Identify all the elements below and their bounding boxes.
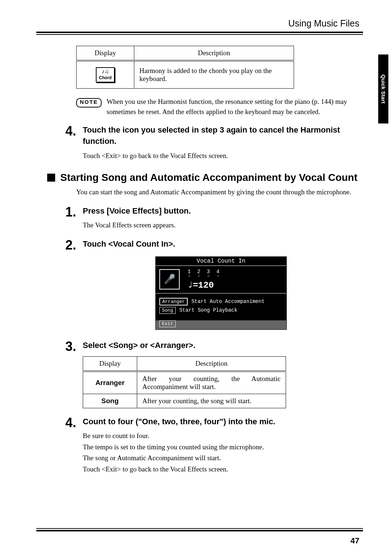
step-title: Press [Voice Effects] button. bbox=[83, 206, 359, 217]
chord-icon: ♪♫ Chord bbox=[96, 67, 114, 82]
section-intro: You can start the song and Automatic Acc… bbox=[76, 187, 359, 198]
count-3: 3○ bbox=[207, 269, 210, 278]
table2-row-song-label: Song bbox=[83, 394, 137, 408]
header-rule-thick bbox=[36, 32, 363, 33]
content: Display Description ♪♫ Chord Harmony is … bbox=[76, 46, 359, 474]
header-rule-thin bbox=[36, 34, 363, 35]
step-title: Touch <Vocal Count In>. bbox=[83, 239, 359, 250]
section-heading: Starting Song and Automatic Accompanimen… bbox=[47, 172, 359, 183]
lcd-counts: 1○ 2○ 3○ 4○ bbox=[188, 269, 220, 278]
step-text-line2: The tempo is set to the timing you count… bbox=[83, 442, 359, 453]
table2-row-arranger-desc: After your counting, the Automatic Accom… bbox=[137, 371, 286, 394]
dot-icon: ○ bbox=[216, 275, 219, 278]
step-4-count-to-four: 4. Count to four ("One, two, three, four… bbox=[58, 416, 359, 475]
step-2-touch-vocal-count-in: 2. Touch <Vocal Count In>. Vocal Count I… bbox=[58, 239, 359, 332]
side-tab-label: Quick Start bbox=[380, 74, 387, 104]
square-bullet-icon bbox=[47, 174, 55, 182]
note-badge: NOTE bbox=[76, 98, 102, 108]
footer-rules bbox=[36, 528, 363, 532]
step-4-cancel-harmonist: 4. Touch the icon you selected in step 3… bbox=[58, 125, 359, 161]
step-text: Touch <Exit> to go back to the Vocal Eff… bbox=[83, 151, 359, 161]
step-text-line3: The song or Automatic Accompaniment will… bbox=[83, 453, 359, 463]
step-1-press-voice-effects: 1. Press [Voice Effects] button. The Voc… bbox=[58, 206, 359, 231]
lcd-bottom: Exit bbox=[156, 318, 286, 329]
step-number: 4. bbox=[58, 416, 76, 475]
table2-header-display: Display bbox=[83, 356, 137, 371]
lcd-arranger-label: Start Auto Accompaniment bbox=[191, 299, 265, 304]
lcd-title: Vocal Count In bbox=[156, 257, 286, 266]
chord-chip-label: Chord bbox=[99, 75, 111, 80]
table1-header-description: Description bbox=[134, 46, 294, 61]
lcd-arranger-button[interactable]: Arranger bbox=[159, 298, 188, 305]
step-number: 3. bbox=[58, 340, 76, 408]
step-number: 1. bbox=[58, 206, 76, 231]
lcd-option-arranger[interactable]: Arranger Start Auto Accompaniment bbox=[159, 298, 283, 305]
step-3-select-song-or-arranger: 3. Select <Song> or <Arranger>. Display … bbox=[58, 340, 359, 408]
lcd-top: 🎤 1○ 2○ 3○ 4○ ♩=120 bbox=[156, 266, 286, 293]
page: Using Music Files Quick Start Display De… bbox=[0, 0, 392, 555]
table1-cell-description: Harmony is added to the chords you play … bbox=[134, 61, 294, 89]
microphone-icon: 🎤 bbox=[159, 269, 180, 289]
side-tab-quick-start: Quick Start bbox=[378, 54, 388, 123]
step-number: 4. bbox=[58, 125, 76, 161]
music-notes-icon: ♪♫ bbox=[99, 69, 111, 75]
note-block: NOTE When you use the Harmonist function… bbox=[76, 97, 359, 117]
count-1: 1○ bbox=[188, 269, 191, 278]
display-description-table-2: Display Description Arranger After your … bbox=[83, 356, 286, 408]
step-title: Touch the icon you selected in step 3 ag… bbox=[83, 125, 359, 147]
lcd-options: Arranger Start Auto Accompaniment Song S… bbox=[156, 293, 286, 318]
table2-row-song-desc: After your counting, the song will start… bbox=[137, 394, 286, 408]
header-section-title: Using Music Files bbox=[36, 18, 359, 29]
table2-header-description: Description bbox=[137, 356, 286, 371]
lcd-song-button[interactable]: Song bbox=[159, 307, 176, 314]
table2-row-arranger-label: Arranger bbox=[83, 371, 137, 394]
display-description-table-1: Display Description ♪♫ Chord Harmony is … bbox=[76, 46, 294, 89]
table1-header-display: Display bbox=[77, 46, 134, 61]
count-4: 4○ bbox=[216, 269, 219, 278]
step-text: The Vocal Effects screen appears. bbox=[83, 220, 359, 231]
dot-icon: ○ bbox=[207, 275, 210, 278]
page-number: 47 bbox=[351, 536, 359, 546]
table1-cell-display: ♪♫ Chord bbox=[77, 61, 134, 89]
step-title: Count to four ("One, two, three, four") … bbox=[83, 416, 359, 428]
lcd-exit-button[interactable]: Exit bbox=[159, 320, 176, 327]
step-title: Select <Song> or <Arranger>. bbox=[83, 340, 359, 351]
step-number: 2. bbox=[58, 239, 76, 332]
lcd-vocal-count-in: Vocal Count In 🎤 1○ 2○ 3○ 4○ ♩=120 bbox=[155, 256, 287, 330]
dot-icon: ○ bbox=[197, 275, 200, 278]
step-text-line1: Be sure to count to four. bbox=[83, 431, 359, 441]
note-text: When you use the Harmonist function, the… bbox=[107, 97, 359, 117]
count-2: 2○ bbox=[197, 269, 200, 278]
lcd-tempo: ♩=120 bbox=[188, 280, 220, 290]
dot-icon: ○ bbox=[188, 275, 191, 278]
lcd-option-song[interactable]: Song Start Song Playback bbox=[159, 307, 283, 314]
lcd-song-label: Start Song Playback bbox=[179, 307, 237, 313]
section-title: Starting Song and Automatic Accompanimen… bbox=[60, 172, 358, 183]
step-text-line4: Touch <Exit> to go back to the Vocal Eff… bbox=[83, 464, 359, 475]
